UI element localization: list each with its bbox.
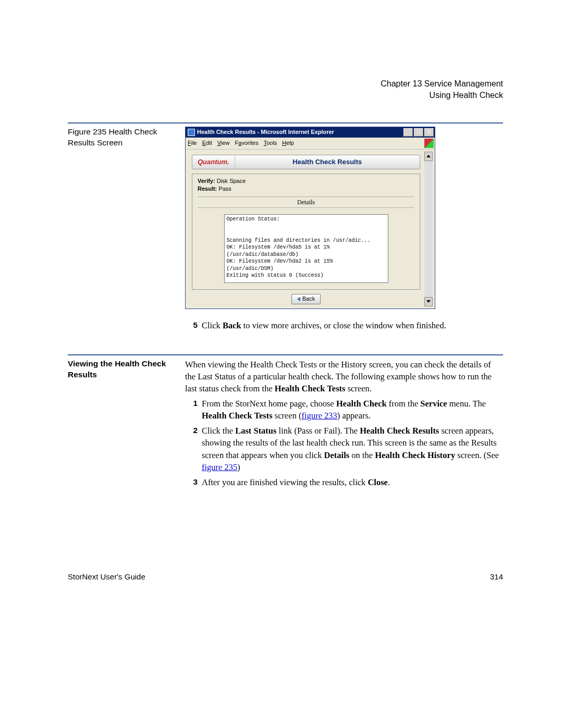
ie-icon [188, 129, 195, 136]
footer-left: StorNext User's Guide [68, 572, 145, 581]
result-value: Pass [217, 186, 231, 192]
banner-title: Health Check Results [235, 157, 420, 167]
window-title: Health Check Results - Microsoft Interne… [197, 128, 403, 136]
intro-paragraph: When viewing the Health Check Tests or t… [185, 359, 503, 394]
footer-right: 314 [490, 572, 503, 581]
close-button[interactable]: × [424, 128, 434, 137]
menu-tools[interactable]: Tools [264, 139, 277, 147]
browser-window: Health Check Results - Microsoft Interne… [185, 127, 435, 309]
operation-status-box[interactable]: Operation Status: Scanning files and dir… [224, 214, 388, 283]
menubar: File Edit View Favorites Tools Help [186, 138, 435, 150]
result-row: Result: Pass [198, 185, 414, 193]
maximize-button[interactable]: □ [414, 128, 423, 137]
scroll-up-icon[interactable] [424, 152, 433, 161]
page-header: Chapter 13 Service Management Using Heal… [68, 78, 503, 102]
result-label: Result: [198, 186, 217, 192]
banner: Quantum. Health Check Results [192, 155, 420, 169]
menu-file[interactable]: File [188, 139, 197, 147]
divider [68, 122, 503, 124]
figure-235-link[interactable]: figure 235 [202, 462, 237, 472]
verify-row: Verify: Disk Space [198, 177, 414, 185]
back-label: Back [302, 295, 315, 303]
brand-logo: Quantum. [192, 155, 235, 169]
figure-caption: Figure 235 Health Check Results Screen [68, 127, 185, 149]
menu-help[interactable]: Help [282, 139, 294, 147]
back-arrow-icon [297, 297, 300, 301]
content-panel: Verify: Disk Space Result: Pass Details … [192, 174, 420, 290]
divider [68, 354, 503, 355]
page-footer: StorNext User's Guide 314 [68, 572, 503, 581]
titlebar: Health Check Results - Microsoft Interne… [186, 127, 435, 138]
step-2: 2 Click the Last Status link (Pass or Fa… [185, 425, 503, 473]
back-button[interactable]: Back [291, 294, 321, 304]
step-number: 3 [185, 476, 202, 488]
step-number: 2 [185, 425, 202, 473]
section-line: Using Health Check [68, 90, 503, 101]
verify-label: Verify: [198, 178, 215, 184]
menu-view[interactable]: View [217, 139, 230, 147]
menu-edit[interactable]: Edit [202, 139, 212, 147]
step-number: 5 [185, 319, 202, 331]
windows-logo-icon [424, 139, 434, 148]
scrollbar-vertical[interactable] [424, 152, 433, 306]
step-number: 1 [185, 398, 202, 422]
section-heading: Viewing the Health Check Results [68, 359, 180, 380]
figure-233-link[interactable]: figure 233 [302, 411, 337, 421]
verify-value: Disk Space [215, 178, 246, 184]
menu-favorites[interactable]: Favorites [235, 139, 258, 147]
step-3: 3 After you are finished viewing the res… [185, 476, 503, 488]
scroll-down-icon[interactable] [424, 297, 433, 306]
chapter-line: Chapter 13 Service Management [68, 78, 503, 90]
step-1: 1 From the StorNext home page, choose He… [185, 398, 503, 422]
details-heading: Details [198, 196, 414, 208]
minimize-button[interactable]: _ [403, 128, 413, 137]
step-5: 5 Click Back to view more archives, or c… [185, 319, 503, 331]
